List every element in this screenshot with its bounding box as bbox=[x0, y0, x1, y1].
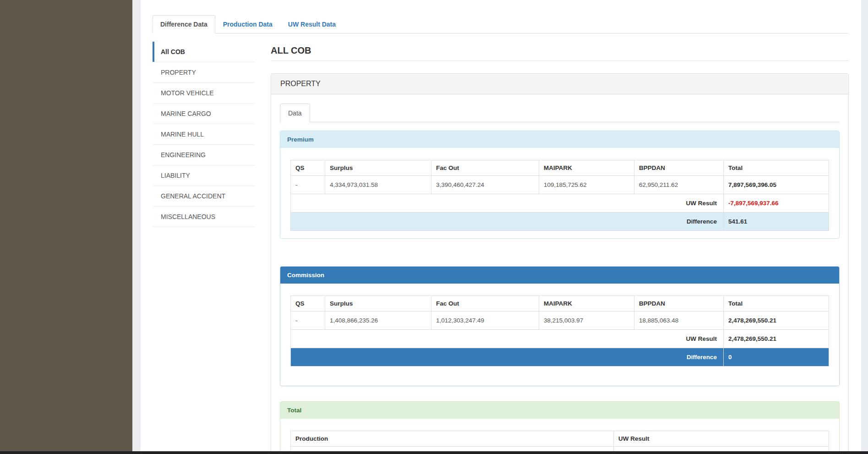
col-header-total: Total bbox=[724, 296, 829, 312]
cob-sidebar: All COB PROPERTY MOTOR VEHICLE MARINE CA… bbox=[153, 42, 255, 451]
property-panel-title: PROPERTY bbox=[271, 74, 848, 94]
col-header-qs: QS bbox=[291, 296, 325, 312]
cell-total: 7,897,569,396.05 bbox=[724, 176, 829, 194]
sidebar-item-miscellaneous[interactable]: MISCELLANEOUS bbox=[153, 207, 255, 227]
cell-surplus: 4,334,973,031.58 bbox=[325, 176, 431, 194]
sidebar-item-general-accident[interactable]: GENERAL ACCIDENT bbox=[153, 186, 255, 207]
sidebar-item-liability[interactable]: LIABILITY bbox=[153, 165, 255, 186]
col-header-maipark: MAIPARK bbox=[539, 296, 634, 312]
title-divider bbox=[271, 60, 849, 61]
content-area: Difference Data Production Data UW Resul… bbox=[141, 0, 861, 451]
cell-qs: - bbox=[291, 312, 325, 330]
page-title: ALL COB bbox=[271, 45, 849, 56]
col-header-production: Production bbox=[291, 431, 614, 447]
cell-bppdan: 18,885,063.48 bbox=[634, 312, 724, 330]
difference-value: 541.61 bbox=[724, 213, 829, 231]
cell-bppdan: 62,950,211.62 bbox=[634, 176, 724, 194]
top-tab-bar: Difference Data Production Data UW Resul… bbox=[153, 15, 849, 33]
cell-fac-out: 3,390,460,427.24 bbox=[431, 176, 539, 194]
total-table: Production UW Result bbox=[290, 431, 829, 451]
commission-section-body: QS Surplus Fac Out MAIPARK BPPDAN Total bbox=[280, 284, 839, 386]
uw-result-value: -7,897,569,937.66 bbox=[724, 194, 829, 213]
tab-difference-data[interactable]: Difference Data bbox=[153, 15, 215, 33]
col-header-maipark: MAIPARK bbox=[539, 160, 634, 176]
commission-section-title: Commission bbox=[280, 267, 839, 284]
sidebar-item-all-cob[interactable]: All COB bbox=[153, 42, 255, 62]
tab-production-data[interactable]: Production Data bbox=[215, 15, 280, 33]
premium-uw-result-row: UW Result -7,897,569,937.66 bbox=[291, 194, 829, 213]
data-tab-bar: Data bbox=[280, 104, 840, 122]
difference-label: Difference bbox=[291, 213, 724, 231]
commission-section: Commission QS bbox=[280, 266, 840, 386]
difference-value: 0 bbox=[724, 348, 829, 366]
sidebar-item-engineering[interactable]: ENGINEERING bbox=[153, 145, 255, 165]
commission-table: QS Surplus Fac Out MAIPARK BPPDAN Total bbox=[290, 295, 829, 366]
premium-table-header-row: QS Surplus Fac Out MAIPARK BPPDAN Total bbox=[291, 160, 829, 176]
cell-maipark: 38,215,003.97 bbox=[539, 312, 634, 330]
sidebar-item-marine-cargo[interactable]: MARINE CARGO bbox=[153, 104, 255, 124]
col-header-surplus: Surplus bbox=[325, 160, 431, 176]
uw-result-label: UW Result bbox=[291, 330, 724, 348]
sidebar-item-marine-hull[interactable]: MARINE HULL bbox=[153, 124, 255, 145]
uw-result-value: 2,478,269,550.21 bbox=[724, 330, 829, 348]
bottom-edge-bar bbox=[0, 451, 868, 454]
commission-table-header-row: QS Surplus Fac Out MAIPARK BPPDAN Total bbox=[291, 296, 829, 312]
sidebar-item-motor-vehicle[interactable]: MOTOR VEHICLE bbox=[153, 83, 255, 104]
cell-maipark: 109,185,725.62 bbox=[539, 176, 634, 194]
cell-fac-out: 1,012,303,247.49 bbox=[431, 312, 539, 330]
total-data-row bbox=[291, 447, 829, 452]
premium-section: Premium QS bbox=[280, 131, 840, 239]
premium-section-body: QS Surplus Fac Out MAIPARK BPPDAN Total bbox=[280, 148, 839, 238]
left-gutter bbox=[132, 0, 141, 451]
right-gutter bbox=[861, 0, 868, 451]
total-section-title: Total bbox=[280, 402, 839, 419]
tab-uw-result-data[interactable]: UW Result Data bbox=[280, 15, 344, 33]
property-panel: PROPERTY Data Premium bbox=[271, 73, 849, 451]
col-header-fac-out: Fac Out bbox=[431, 160, 539, 176]
sidebar-item-property[interactable]: PROPERTY bbox=[153, 62, 255, 83]
col-header-uw-result: UW Result bbox=[614, 431, 829, 447]
col-header-bppdan: BPPDAN bbox=[634, 160, 724, 176]
col-header-qs: QS bbox=[291, 160, 325, 176]
property-panel-body: Data Premium bbox=[271, 94, 848, 451]
commission-uw-result-row: UW Result 2,478,269,550.21 bbox=[291, 330, 829, 348]
uw-result-label: UW Result bbox=[291, 194, 724, 213]
commission-difference-row: Difference 0 bbox=[291, 348, 829, 366]
total-section-body: Production UW Result bbox=[280, 419, 839, 451]
cell-total: 2,478,269,550.21 bbox=[724, 312, 829, 330]
total-table-header-row: Production UW Result bbox=[291, 431, 829, 447]
col-header-total: Total bbox=[724, 160, 829, 176]
col-header-bppdan: BPPDAN bbox=[634, 296, 724, 312]
tab-data[interactable]: Data bbox=[280, 104, 310, 122]
premium-data-row: - 4,334,973,031.58 3,390,460,427.24 109,… bbox=[291, 176, 829, 194]
cell-production bbox=[291, 447, 614, 452]
commission-data-row: - 1,408,866,235.26 1,012,303,247.49 38,2… bbox=[291, 312, 829, 330]
cell-surplus: 1,408,866,235.26 bbox=[325, 312, 431, 330]
main-column: ALL COB PROPERTY Data Premium bbox=[271, 42, 849, 451]
premium-section-title: Premium bbox=[280, 131, 839, 148]
premium-table: QS Surplus Fac Out MAIPARK BPPDAN Total bbox=[290, 160, 829, 231]
total-section: Total Production UW Resul bbox=[280, 401, 840, 451]
premium-difference-row: Difference 541.61 bbox=[291, 213, 829, 231]
col-header-fac-out: Fac Out bbox=[431, 296, 539, 312]
difference-label: Difference bbox=[291, 348, 724, 366]
col-header-surplus: Surplus bbox=[325, 296, 431, 312]
left-rail bbox=[0, 0, 132, 451]
cell-uw-result bbox=[614, 447, 829, 452]
cell-qs: - bbox=[291, 176, 325, 194]
